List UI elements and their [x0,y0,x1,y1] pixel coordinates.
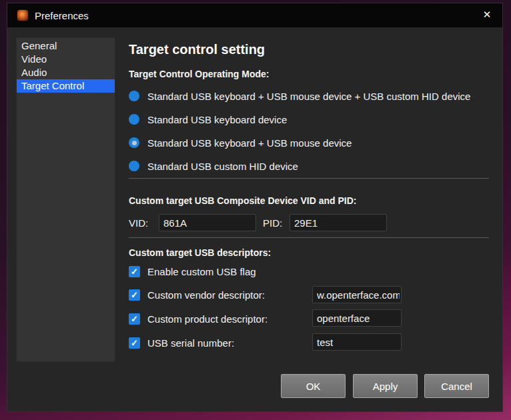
checkbox-row-serial-number[interactable]: ✓ USB serial number: [129,336,234,350]
checkbox-checked-icon[interactable]: ✓ [129,337,140,349]
title-bar: Preferences ✕ [7,3,502,27]
checkbox-row-product-descriptor[interactable]: ✓ Custom product descriptor: [129,312,268,326]
cancel-button[interactable]: Cancel [424,374,489,398]
vid-pid-label: Custom target USB Composite Device VID a… [129,195,357,206]
category-list: General Video Audio Target Control [16,37,115,362]
ok-button[interactable]: OK [281,374,346,398]
sidebar-item-general[interactable]: General [17,39,115,53]
product-descriptor-input[interactable] [312,309,402,327]
checkbox-label: USB serial number: [147,337,234,349]
pid-field-label: PID: [263,217,282,229]
sidebar-item-audio[interactable]: Audio [17,66,115,79]
checkbox-label: Custom vendor descriptor: [147,289,265,301]
radio-icon-selected[interactable] [129,137,139,148]
radio-icon[interactable] [129,114,139,125]
radio-label: Standard USB custom HID device [147,161,298,172]
operating-mode-label: Target Control Operating Mode: [129,69,270,79]
pid-input[interactable] [290,214,387,231]
radio-icon[interactable] [129,91,139,101]
checkbox-label: Custom product descriptor: [147,313,268,325]
sidebar-item-video[interactable]: Video [17,53,115,66]
divider [129,237,489,238]
descriptors-label: Custom target USB descriptors: [129,247,271,258]
checkbox-row-vendor-descriptor[interactable]: ✓ Custom vendor descriptor: [129,288,265,302]
close-icon[interactable]: ✕ [476,3,498,26]
checkbox-checked-icon[interactable]: ✓ [129,289,140,301]
serial-number-input[interactable] [312,333,402,351]
radio-label: Standard USB keyboard + USB mouse device [147,137,352,149]
sidebar-item-target-control[interactable]: Target Control [17,79,115,93]
radio-label: Standard USB keyboard + USB mouse device… [147,91,470,102]
radio-option-kb-mouse-hid[interactable]: Standard USB keyboard + USB mouse device… [129,89,470,103]
radio-option-keyboard[interactable]: Standard USB keyboard device [129,112,287,127]
preferences-dialog: Preferences ✕ General Video Audio Target… [7,3,503,412]
vid-input[interactable] [159,214,256,231]
vendor-descriptor-input[interactable] [312,286,402,303]
checkbox-label: Enable custom USB flag [147,266,256,277]
page-title: Target control setting [129,42,265,57]
divider [129,178,489,179]
app-icon [17,9,29,21]
radio-icon[interactable] [129,161,139,171]
radio-label: Standard USB keyboard device [147,114,287,125]
checkbox-checked-icon[interactable]: ✓ [129,266,140,277]
radio-option-kb-mouse[interactable]: Standard USB keyboard + USB mouse device [129,135,352,150]
checkbox-row-custom-usb-flag[interactable]: ✓ Enable custom USB flag [129,265,256,279]
apply-button[interactable]: Apply [353,374,418,398]
window-title: Preferences [35,10,89,21]
vid-field-label: VID: [129,217,148,229]
checkbox-checked-icon[interactable]: ✓ [129,313,140,325]
radio-option-custom-hid[interactable]: Standard USB custom HID device [129,159,298,173]
